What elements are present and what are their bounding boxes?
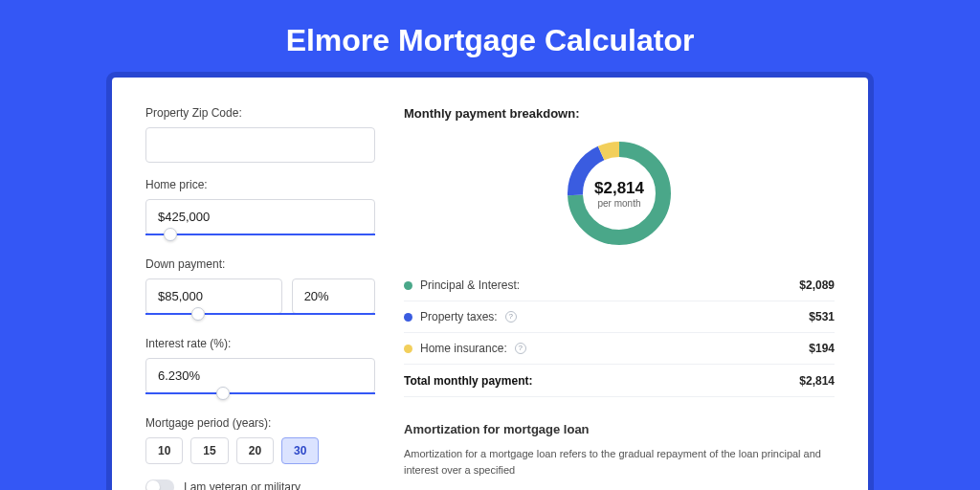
help-icon[interactable]: ? [515, 343, 526, 354]
veteran-toggle[interactable] [145, 479, 174, 490]
down-slider-thumb[interactable] [191, 307, 205, 321]
price-input[interactable] [145, 199, 375, 234]
calculator-card: Property Zip Code: Home price: Down paym… [112, 78, 868, 490]
legend-label: Home insurance: [420, 342, 507, 355]
legend-label: Property taxes: [420, 310, 498, 323]
price-field: Home price: [145, 178, 375, 242]
amortization-title: Amortization for mortgage loan [404, 422, 835, 436]
legend-dot [404, 313, 412, 322]
veteran-label: I am veteran or military [184, 480, 301, 490]
amortization-body: Amortization for a mortgage loan refers … [404, 446, 835, 478]
donut-sub: per month [597, 198, 640, 209]
period-btn-20[interactable]: 20 [236, 437, 274, 464]
donut-center: $2,814 per month [562, 136, 677, 251]
legend-dot [404, 345, 412, 353]
donut-total: $2,814 [594, 179, 644, 198]
legend-value: $2,089 [799, 278, 835, 292]
donut-wrap: $2,814 per month [404, 136, 835, 251]
rate-slider[interactable] [145, 393, 375, 401]
page-title: Elmore Mortgage Calculator [0, 0, 980, 78]
results-panel: Monthly payment breakdown: $2,814 per mo… [404, 106, 835, 490]
zip-field: Property Zip Code: [145, 106, 375, 163]
down-slider[interactable] [145, 314, 375, 322]
help-icon[interactable]: ? [505, 311, 517, 323]
legend-row: Property taxes:?$531 [404, 301, 835, 333]
rate-input[interactable] [145, 358, 375, 393]
zip-input[interactable] [145, 127, 375, 163]
legend: Principal & Interest:$2,089Property taxe… [404, 270, 835, 364]
legend-label: Principal & Interest: [420, 278, 520, 292]
breakdown-title: Monthly payment breakdown: [404, 106, 835, 121]
veteran-row: I am veteran or military [145, 479, 375, 490]
period-btn-10[interactable]: 10 [145, 437, 183, 464]
price-slider-thumb[interactable] [164, 228, 177, 241]
down-label: Down payment: [145, 257, 375, 271]
donut-chart: $2,814 per month [562, 136, 677, 251]
down-field: Down payment: [145, 257, 375, 322]
down-percent-input[interactable] [292, 278, 375, 314]
price-slider[interactable] [145, 234, 375, 242]
period-options: 10152030 [145, 437, 375, 464]
period-btn-15[interactable]: 15 [190, 437, 228, 464]
legend-row: Principal & Interest:$2,089 [404, 270, 835, 301]
period-field: Mortgage period (years): 10152030 [145, 416, 375, 464]
period-btn-30[interactable]: 30 [281, 437, 319, 464]
rate-label: Interest rate (%): [145, 337, 375, 350]
down-amount-input[interactable] [145, 278, 282, 314]
legend-value: $194 [809, 342, 835, 355]
legend-dot [404, 281, 412, 290]
amortization-section: Amortization for mortgage loan Amortizat… [404, 422, 835, 478]
zip-label: Property Zip Code: [145, 106, 375, 120]
legend-total-label: Total monthly payment: [404, 374, 532, 388]
period-label: Mortgage period (years): [145, 416, 375, 430]
legend-total-row: Total monthly payment: $2,814 [404, 364, 835, 397]
legend-total-value: $2,814 [799, 374, 835, 388]
form-panel: Property Zip Code: Home price: Down paym… [145, 106, 375, 490]
toggle-knob [146, 480, 160, 490]
legend-row: Home insurance:?$194 [404, 333, 835, 364]
legend-value: $531 [809, 310, 835, 323]
rate-slider-thumb[interactable] [216, 387, 230, 400]
rate-field: Interest rate (%): [145, 337, 375, 401]
price-label: Home price: [145, 178, 375, 191]
